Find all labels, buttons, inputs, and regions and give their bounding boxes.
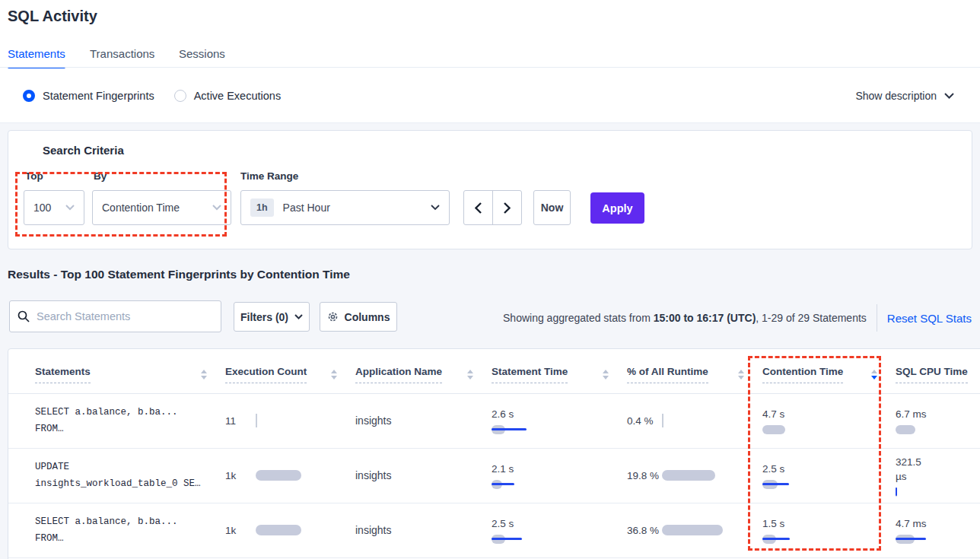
sort-arrows-icon [467,370,473,380]
execution-count-cell: 1k [225,470,337,481]
results-heading: Results - Top 100 Statement Fingerprints… [8,268,350,281]
sql-cpu-time-bar [896,425,980,434]
next-window-button[interactable] [493,191,522,224]
tab-statements[interactable]: Statements [8,47,65,68]
sql-cpu-time-bar [896,488,980,497]
stats-area: Showing aggregated stats from 15:00 to 1… [503,303,972,333]
top-select-value: 100 [33,202,51,214]
statement-time-cell: 2.5 s [492,516,609,544]
filters-button[interactable]: Filters (0) [234,302,310,332]
col-header-runtime-pct[interactable]: % of All Runtime [619,349,755,393]
col-header-statement-time[interactable]: Statement Time [484,349,619,393]
sort-arrows-icon [871,370,877,380]
chevron-down-icon [431,205,440,211]
by-label: By [94,170,107,182]
statement-time-bar [492,425,609,434]
application-name: insights [355,469,391,481]
runtime-pct-cell: 19.8 % [627,469,744,482]
aggregated-stats-text: Showing aggregated stats from 15:00 to 1… [503,312,867,324]
sql-cpu-time-cell: 4.7 ms [896,516,980,544]
previous-window-button[interactable] [464,191,493,224]
apply-button[interactable]: Apply [590,192,644,224]
top-label: Top [25,170,43,182]
show-description-toggle[interactable]: Show description [855,68,954,123]
table-row: UPDATEinsights_workload_table_0 SE… 1k i… [8,448,980,503]
view-mode-band: Statement Fingerprints Active Executions… [0,68,980,123]
tab-bar: Statements Transactions Sessions [0,44,980,68]
runtime-pct-cell: 36.8 % [627,524,744,537]
contention-time-cell: 1.5 s [762,516,877,544]
page-title: SQL Activity [8,8,97,25]
sort-arrows-icon [603,370,609,380]
contention-time-bar [762,480,877,489]
search-statements-input[interactable] [37,310,213,322]
application-name: insights [355,524,391,536]
sort-arrows-icon [331,370,337,380]
contention-time-bar [762,425,877,434]
execution-count-cell: 1k [225,525,337,536]
radio-active-executions[interactable]: Active Executions [174,90,281,102]
chevron-down-icon [212,205,221,211]
tab-sessions[interactable]: Sessions [179,47,225,68]
statement-fingerprint-link[interactable]: SELECT a.balance, b.ba...FROM… [35,513,207,547]
runtime-pct-bar [662,525,744,535]
table-row: SELECT a.balance, b.ba...FROM… 11 insigh… [8,393,980,448]
contention-time-cell: 4.7 s [762,407,877,434]
runtime-pct-cell: 0.4 % [627,414,744,427]
contention-time-bar [762,535,877,544]
show-description-label: Show description [855,90,937,102]
stats-time-range: 15:00 to 16:17 (UTC) [654,312,756,324]
top-select[interactable]: 100 [24,190,84,225]
statement-time-cell: 2.1 s [492,462,609,489]
time-range-value: Past Hour [283,202,330,214]
radio-unselected-icon [174,90,186,102]
chevron-left-icon [475,202,482,214]
col-header-execution-count[interactable]: Execution Count [218,349,348,393]
divider [877,304,877,332]
statements-table: Statements Execution Count Application N… [8,349,980,558]
col-header-contention-time[interactable]: Contention Time [755,349,888,393]
execution-count-cell: 11 [225,415,337,427]
columns-label: Columns [345,311,390,323]
search-statements-box [9,300,221,332]
execution-count-bar [256,525,337,535]
statement-time-bar [492,535,609,544]
execution-count-bar [256,415,337,426]
sql-cpu-time-bar [896,535,980,544]
table-row: SELECT a.balance, b.ba...FROM… 1k insigh… [8,503,980,557]
runtime-pct-bar [662,415,744,426]
by-select-value: Contention Time [102,202,180,214]
time-range-label: Time Range [240,170,298,182]
chevron-down-icon [944,93,954,99]
search-icon [18,310,30,322]
application-name: insights [355,414,391,427]
filters-label: Filters (0) [240,311,288,323]
sql-cpu-time-cell: 321.5 µs [896,455,980,497]
table-header-row: Statements Execution Count Application N… [8,349,980,393]
search-criteria-heading: Search Criteria [43,144,124,157]
sort-arrows-icon [738,370,744,380]
statement-time-cell: 2.6 s [492,407,609,434]
chevron-down-icon [65,205,75,211]
execution-count-bar [256,470,337,481]
time-range-badge: 1h [250,199,274,217]
now-button[interactable]: Now [533,190,571,225]
statement-fingerprint-link[interactable]: SELECT a.balance, b.ba...FROM… [35,404,207,437]
by-select[interactable]: Contention Time [92,190,231,225]
radio-selected-icon [23,90,35,102]
chevron-right-icon [504,202,511,214]
columns-button[interactable]: Columns [320,302,397,332]
radio-statement-fingerprints[interactable]: Statement Fingerprints [23,90,154,102]
time-range-select[interactable]: 1h Past Hour [240,190,450,225]
sql-cpu-time-cell: 6.7 ms [896,407,980,434]
tab-transactions[interactable]: Transactions [90,47,154,68]
col-header-sql-cpu-time[interactable]: SQL CPU Time [888,349,980,393]
contention-time-cell: 2.5 s [762,462,877,489]
col-header-statements[interactable]: Statements [8,349,218,393]
sort-arrows-icon [201,370,207,380]
search-criteria-panel: Search Criteria Top By Time Range 100 Co… [8,130,972,249]
radio-label: Active Executions [194,90,281,102]
reset-sql-stats-link[interactable]: Reset SQL Stats [887,312,972,325]
statement-fingerprint-link[interactable]: UPDATEinsights_workload_table_0 SE… [35,459,207,492]
col-header-application-name[interactable]: Application Name [348,349,484,393]
